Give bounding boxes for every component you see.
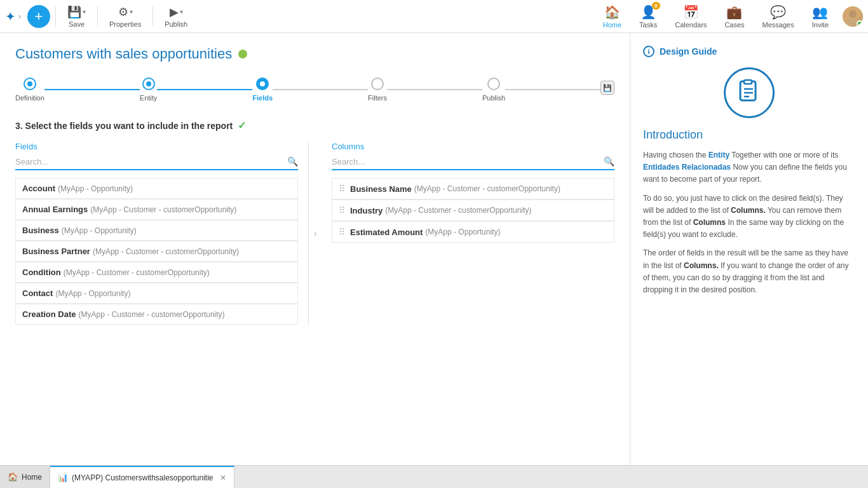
invite-icon: 👥	[812, 4, 828, 20]
taskbar-tab-report[interactable]: 📊 (MYAPP) Customerswithsalesopportunitie…	[50, 466, 234, 488]
fields-search-icon[interactable]: 🔍	[287, 156, 298, 166]
field-list-item[interactable]: Annual Earnings (MyApp - Customer - cust…	[15, 199, 298, 220]
fields-column-label: Fields	[15, 142, 298, 151]
user-avatar[interactable]	[843, 6, 863, 27]
wizard-steps: Definition Entity Fields	[15, 78, 614, 102]
field-list-item[interactable]: Account (MyApp - Opportunity)	[15, 178, 298, 199]
field-list-item[interactable]: Business Partner (MyApp - Customer - cus…	[15, 241, 298, 262]
cases-label: Cases	[724, 21, 744, 29]
check-icon: ✓	[238, 119, 246, 132]
connector-5	[505, 89, 600, 90]
nav-tasks[interactable]: 👤 0 Tasks	[635, 2, 661, 31]
wizard-step-save[interactable]: 💾	[600, 81, 614, 98]
avatar-online-dot	[857, 20, 863, 27]
nav-calendars[interactable]: 📅 Calendars	[671, 2, 710, 31]
step-inner-entity	[146, 81, 151, 86]
nav-cases[interactable]: 💼 Cases	[721, 2, 748, 31]
guide-paragraph-2: To do so, you just have to click on the …	[643, 193, 855, 241]
home-icon: 🏠	[604, 4, 620, 20]
field-list-item[interactable]: Business (MyApp - Opportunity)	[15, 220, 298, 241]
field-list-item[interactable]: Condition (MyApp - Customer - customerOp…	[15, 262, 298, 283]
svg-rect-3	[744, 80, 752, 84]
design-guide-panel: i Design Guide Introduction Having chose…	[630, 33, 868, 465]
step-circle-definition	[24, 78, 36, 90]
fields-list: Account (MyApp - Opportunity)Annual Earn…	[15, 178, 298, 325]
separator3	[153, 6, 153, 27]
invite-label: Invite	[812, 21, 829, 29]
save-icon: 💾	[67, 5, 81, 19]
column-list-item[interactable]: ⠿Industry (MyApp - Customer - customerOp…	[332, 200, 614, 221]
info-icon: i	[643, 46, 654, 57]
taskbar-home-label: Home	[22, 473, 42, 482]
step-label-fields: Fields	[252, 94, 273, 102]
drag-handle: ⠿	[339, 184, 345, 194]
fields-column: Fields 🔍 Account (MyApp - Opportunity)An…	[15, 142, 309, 325]
main-content: Customers with sales opportunities Defin…	[0, 33, 868, 465]
design-guide-title: i Design Guide	[643, 46, 855, 57]
publish-dropdown-arrow: ▾	[180, 8, 183, 15]
properties-icon: ⚙	[118, 5, 128, 19]
messages-icon: 💬	[770, 4, 786, 20]
publish-icon: ▶	[170, 5, 179, 19]
field-list-item[interactable]: Creation Date (MyApp - Customer - custom…	[15, 304, 298, 325]
step-circle-fields	[256, 78, 269, 90]
taskbar: 🏠 Home 📊 (MYAPP) Customerswithsalesoppor…	[0, 465, 868, 488]
connector-3	[273, 89, 368, 90]
step-label-filters: Filters	[368, 94, 387, 102]
wizard: Definition Entity Fields	[15, 78, 614, 102]
guide-icon-circle	[724, 67, 775, 118]
drag-handle: ⠿	[339, 205, 345, 215]
drag-handle: ⠿	[339, 227, 345, 237]
guide-paragraph-3: The order of fields in the result will b…	[643, 247, 855, 296]
add-button[interactable]: +	[27, 5, 50, 28]
taskbar-home-button[interactable]: 🏠 Home	[0, 466, 50, 488]
save-step-icon: 💾	[603, 84, 612, 92]
nav-messages[interactable]: 💬 Messages	[759, 2, 798, 31]
home-label: Home	[603, 21, 621, 29]
publish-button[interactable]: ▶ ▾ Publish	[158, 3, 194, 30]
design-guide-title-text: Design Guide	[660, 46, 717, 57]
breadcrumb-chevron[interactable]: ›	[18, 12, 21, 21]
section-heading: 3. Select the fields you want to include…	[15, 119, 614, 132]
publish-label: Publish	[165, 20, 187, 28]
tasks-label: Tasks	[639, 21, 657, 29]
wizard-step-publish[interactable]: Publish	[482, 78, 505, 102]
columns-search-icon[interactable]: 🔍	[604, 156, 614, 166]
wizard-step-fields[interactable]: Fields	[252, 78, 273, 102]
connector-1	[44, 89, 140, 90]
connector-2	[157, 89, 252, 90]
save-button[interactable]: 💾 ▾ Save	[61, 3, 92, 30]
wizard-step-entity[interactable]: Entity	[140, 78, 158, 102]
field-list-item[interactable]: Contact (MyApp - Opportunity)	[15, 283, 298, 304]
columns-column-label: Columns	[332, 142, 614, 151]
fields-columns-container: Fields 🔍 Account (MyApp - Opportunity)An…	[15, 142, 614, 325]
nav-invite[interactable]: 👥 Invite	[808, 2, 832, 31]
fields-search-input[interactable]	[15, 157, 287, 166]
app-logo[interactable]: ✦	[5, 9, 16, 24]
properties-button[interactable]: ⚙ ▾ Properties	[103, 3, 147, 30]
step-circle-save: 💾	[600, 81, 614, 95]
svg-point-0	[849, 10, 857, 18]
tasks-badge-wrapper: 👤 0	[641, 4, 656, 20]
toolbar-right: 🏠 Home 👤 0 Tasks 📅 Calendars 💼 Cases 💬 M…	[599, 2, 863, 31]
page-title-text: Customers with sales opportunities	[15, 46, 232, 62]
step-circle-filters	[371, 78, 384, 90]
columns-search-box: 🔍	[332, 156, 614, 170]
columns-search-input[interactable]	[332, 157, 604, 166]
wizard-step-filters[interactable]: Filters	[368, 78, 387, 102]
guide-paragraph-1: Having chosen the Entity Together with o…	[643, 149, 855, 186]
column-divider: ›	[309, 142, 322, 325]
properties-label: Properties	[109, 20, 141, 28]
section-heading-text: 3. Select the fields you want to include…	[15, 121, 233, 131]
cases-icon: 💼	[726, 4, 742, 20]
wizard-step-definition[interactable]: Definition	[15, 78, 44, 102]
column-list-item[interactable]: ⠿Estimated Amount (MyApp - Opportunity)	[332, 221, 614, 243]
nav-home[interactable]: 🏠 Home	[599, 2, 625, 31]
taskbar-tab-label: (MYAPP) Customerswithsalesopportunitie	[72, 473, 214, 482]
guide-icon-wrapper	[643, 67, 855, 118]
columns-list: ⠿Business Name (MyApp - Customer - custo…	[332, 178, 614, 243]
save-label: Save	[69, 20, 85, 28]
taskbar-tab-close[interactable]: ✕	[220, 473, 226, 482]
column-list-item[interactable]: ⠿Business Name (MyApp - Customer - custo…	[332, 178, 614, 200]
step-inner	[27, 81, 32, 86]
